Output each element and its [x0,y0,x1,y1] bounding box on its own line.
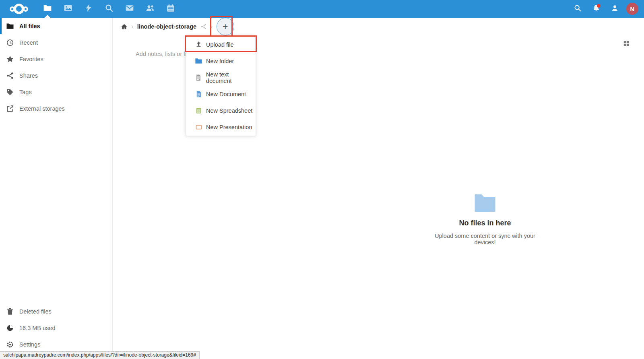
active-indicator-bar [0,18,2,34]
sidebar-item-deleted-files[interactable]: Deleted files [0,303,112,320]
sidebar-item-label: All files [19,23,40,29]
sidebar-item-recent[interactable]: Recent [0,34,112,51]
sidebar-item-label: Shares [19,72,38,79]
menu-item-label: New Presentation [206,124,252,130]
breadcrumb-separator: › [131,23,134,31]
app-calendar-button[interactable] [160,0,181,18]
browser-status-bar-url: salchipapa.madreypadre.com/index.php/app… [0,351,200,359]
sidebar-item-all-files[interactable]: All files [0,18,112,34]
big-folder-icon [474,206,496,213]
menu-item-new-spreadsheet[interactable]: New Spreadsheet [186,102,256,119]
menu-item-label: New text document [206,71,256,84]
document-icon [195,90,202,98]
nextcloud-files-page: N All files Recent Favorites [0,0,644,359]
app-mail-button[interactable] [119,0,140,18]
empty-folder-state: No files in here Upload some content or … [425,193,545,246]
sidebar-item-label: 16.3 MB used [19,325,55,331]
photos-icon [64,4,72,14]
logo-circle-center [14,4,24,14]
header-right-actions: N [568,0,644,18]
menu-item-new-document[interactable]: New Document [186,86,256,102]
folder-blue-icon [195,57,202,65]
menu-item-new-presentation[interactable]: New Presentation [186,119,256,135]
app-search-button[interactable] [99,0,119,18]
external-link-icon [6,105,14,113]
magnifier-icon [105,4,114,14]
tag-icon [6,88,14,96]
quota-pie-icon [6,324,14,332]
menu-item-upload-file[interactable]: Upload file [186,36,256,53]
breadcrumb-separator: › [211,23,213,31]
search-icon [574,4,582,14]
notes-hint-text: Add notes, lists or lin [136,51,190,57]
sidebar-item-shares[interactable]: Shares [0,67,112,84]
app-activity-button[interactable] [78,0,99,18]
app-icon-row [37,0,181,18]
sidebar-item-label: Recent [19,39,38,46]
top-header-bar: N [0,0,644,18]
user-avatar[interactable]: N [626,3,638,15]
people-icon [146,4,155,14]
menu-item-new-text-document[interactable]: New text document [186,69,256,86]
search-button[interactable] [568,0,587,18]
sidebar-item-quota[interactable]: 16.3 MB used [0,320,112,336]
breadcrumb: › linode-object-storage › + [113,18,234,35]
app-files-button[interactable] [37,0,58,18]
breadcrumb-folder-name[interactable]: linode-object-storage [137,23,196,30]
menu-item-label: Upload file [206,41,234,48]
text-document-icon [195,74,202,81]
person-icon [611,4,619,14]
star-icon [6,55,14,63]
sidebar-item-label: External storages [19,105,65,112]
folder-icon [6,22,14,30]
calendar-icon [166,4,175,14]
spreadsheet-icon [195,107,202,114]
clock-icon [6,39,14,47]
notification-unread-dot [597,4,601,8]
contacts-menu-button[interactable] [605,0,624,18]
folder-icon [43,4,52,14]
empty-state-title: No files in here [425,219,545,227]
envelope-icon [125,4,134,14]
new-file-button[interactable]: + [217,18,234,35]
menu-item-label: New Spreadsheet [206,107,252,114]
sidebar-item-label: Deleted files [19,308,52,315]
nextcloud-logo-icon[interactable] [6,4,31,14]
trash-icon [6,307,14,316]
notifications-button[interactable] [587,0,605,18]
sidebar-item-label: Settings [19,341,40,348]
sidebar-item-label: Tags [19,89,32,95]
menu-item-label: New Document [206,91,246,97]
home-icon[interactable] [121,23,128,30]
menu-item-new-folder[interactable]: New folder [186,53,256,69]
grid-view-toggle-button[interactable] [623,40,630,48]
sidebar-footer: Deleted files 16.3 MB used Settings [0,303,112,353]
lightning-icon [84,4,93,14]
menu-item-label: New folder [206,58,234,64]
sidebar-item-settings[interactable]: Settings [0,336,112,353]
sidebar-item-external-storages[interactable]: External storages [0,100,112,117]
share-icon[interactable] [200,23,207,30]
share-icon [6,72,14,80]
app-contacts-button[interactable] [140,0,160,18]
files-sidebar: All files Recent Favorites Shares Tags [0,18,113,359]
presentation-icon [195,123,202,131]
new-file-menu: Upload file New folder New text document… [186,35,256,136]
gear-icon [6,340,14,349]
sidebar-item-tags[interactable]: Tags [0,84,112,100]
upload-icon [195,41,202,48]
sidebar-item-label: Favorites [19,56,43,62]
app-photos-button[interactable] [58,0,78,18]
empty-state-subtitle: Upload some content or sync with your de… [425,233,545,246]
sidebar-item-favorites[interactable]: Favorites [0,51,112,67]
